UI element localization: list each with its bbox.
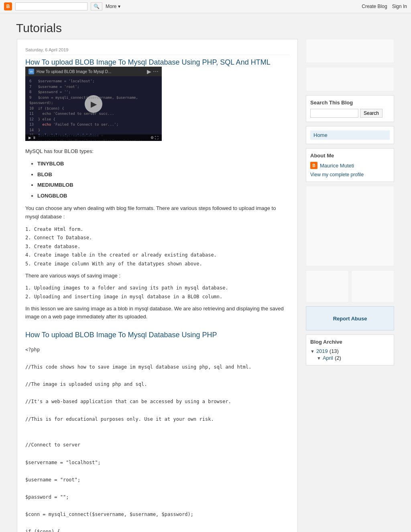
view-profile-link[interactable]: View my complete profile [310, 172, 364, 177]
video-code-bg: 6 $servername = 'localhost'; 7 $username… [25, 67, 162, 141]
archive-month-arrow: ▼ [317, 356, 321, 361]
php-line-13 [25, 450, 289, 459]
sidebar-ad-top [306, 39, 394, 63]
search-widget: Search This Blog Search [306, 95, 394, 122]
php-line-20: $conn = mysqli_connect($servername, $use… [25, 510, 289, 519]
create-blog-link[interactable]: Create Blog [362, 4, 387, 9]
navbar-more-button[interactable]: More ▾ [106, 4, 120, 9]
site-title: Tutorials [0, 13, 411, 39]
archive-month-link[interactable]: April [323, 355, 333, 361]
list-item: TINYBLOB [37, 160, 289, 168]
steps-block: 1. Create Html form. 2. Connect To Datab… [25, 225, 289, 269]
step-5: 5. Create image column With any of the d… [25, 260, 289, 269]
search-widget-title: Search This Blog [310, 100, 390, 106]
archive-year-row: ▼ 2019 (13) [310, 348, 390, 354]
archive-month-count: (2) [335, 355, 341, 361]
navbar: B 🔍 More ▾ Create Blog Sign In [0, 0, 411, 13]
php-line-6 [25, 389, 289, 398]
php-line-22: if ($conn) { [25, 528, 289, 532]
blog-archive-title: Blog Archive [310, 339, 390, 345]
archive-year-count: (13) [330, 348, 339, 354]
php-line-8 [25, 406, 289, 415]
sidebar-ad-row [306, 270, 394, 302]
nav-home-link[interactable]: Home [310, 130, 390, 140]
sidebar-search-button[interactable]: Search [360, 109, 383, 118]
list-item: LONGBLOB [37, 192, 289, 200]
choose-text: You can choose any when dealing with blo… [25, 204, 289, 221]
search-row: Search [310, 109, 390, 118]
php-line-14: $servername = "localhost"; [25, 459, 289, 467]
about-widget: About Me B Maurice Muteti View my comple… [306, 148, 394, 182]
author-name-link[interactable]: Maurice Muteti [320, 163, 354, 169]
php-line-3: //This code shows how to save image im m… [25, 363, 289, 372]
author-icon: B [310, 162, 317, 169]
php-line-19 [25, 502, 289, 511]
archive-year-link[interactable]: 2019 [316, 348, 328, 354]
php-line-18: $password = ""; [25, 493, 289, 502]
archive-year-arrow: ▼ [310, 349, 315, 354]
sub-post-title: How To upload BLOB Image To Mysql Databa… [25, 329, 289, 341]
php-line-5: //The image is uploaded using php and sq… [25, 380, 289, 389]
author-row: B Maurice Muteti [310, 162, 390, 169]
nav-widget: Home [306, 126, 394, 144]
php-line-21 [25, 519, 289, 528]
php-line-2 [25, 355, 289, 363]
main-content: Saturday, 6 April 2019 How To upload BLO… [17, 39, 298, 532]
sidebar-ad-small-left [306, 270, 349, 302]
blob-intro: MySQL has four BLOB types: [25, 147, 289, 156]
about-widget-title: About Me [310, 153, 390, 159]
step-1: 1. Create Html form. [25, 225, 289, 234]
sidebar-ad-big [306, 186, 394, 266]
blob-types-list: TINYBLOB BLOB MEDIUMBLOB LONGBLOB [37, 160, 289, 200]
blog-archive-widget: Blog Archive ▼ 2019 (13) ▼ April (2) [306, 334, 394, 365]
post-date: Saturday, 6 April 2019 [25, 47, 289, 55]
sidebar-search-input[interactable] [310, 109, 358, 118]
php-line-16: $username = "root"; [25, 476, 289, 485]
post-title[interactable]: How To upload BLOB Image To Mysql Databa… [25, 58, 271, 66]
php-line-17 [25, 484, 289, 493]
php-line-1: <?php [25, 346, 289, 355]
step-4: 4. Create image table in the created or … [25, 251, 289, 260]
blogger-logo: B [4, 2, 12, 10]
ways-block: 1. Uploading images to a folder and savi… [25, 284, 289, 301]
report-abuse-link[interactable]: Report Abuse [333, 316, 367, 322]
post-body: MySQL has four BLOB types: TINYBLOB BLOB… [25, 147, 289, 532]
archive-month-inner: ▼ April (2) [317, 355, 390, 361]
navbar-search-button[interactable]: 🔍 [91, 2, 102, 10]
main-layout: Saturday, 6 April 2019 How To upload BLO… [9, 39, 402, 532]
sidebar-ad-2 [306, 67, 394, 91]
php-line-4 [25, 372, 289, 381]
step-2: 2. Connect To Database. [25, 234, 289, 243]
navbar-right: Create Blog Sign In [362, 4, 407, 9]
report-abuse-widget: Report Abuse [306, 306, 394, 330]
php-line-11 [25, 432, 289, 441]
list-item: BLOB [37, 171, 289, 179]
sidebar: Search This Blog Search Home About Me B … [306, 39, 394, 365]
php-line-9: //This is for educational purposes only.… [25, 415, 289, 424]
php-line-15 [25, 467, 289, 476]
list-item: MEDIUMBLOB [37, 181, 289, 190]
php-line-12: //Connect to server [25, 441, 289, 450]
php-line-7: //It's a web-based application that can … [25, 397, 289, 406]
sign-in-link[interactable]: Sign In [392, 4, 407, 9]
sidebar-ad-small-right [351, 270, 394, 302]
php-code-block: <?php //This code shows how to save imag… [25, 346, 289, 532]
archive-month-row: ▼ April (2) [317, 355, 390, 361]
video-thumbnail[interactable]: W How To upload BLOB Image To Mysql D...… [25, 67, 162, 141]
step-3: 3. Create database. [25, 243, 289, 251]
lesson-text: In this lesson we are saving image as a … [25, 305, 289, 322]
way-2: 2. Uploading and inserting image in mysq… [25, 293, 289, 302]
way-1: 1. Uploading images to a folder and savi… [25, 284, 289, 293]
ways-title: There are various ways of saving image : [25, 272, 289, 280]
php-line-10 [25, 424, 289, 432]
video-bottom-bar: ▶ ⏸ ⚙ ⛶ [25, 135, 162, 141]
navbar-search-input[interactable] [15, 2, 87, 10]
